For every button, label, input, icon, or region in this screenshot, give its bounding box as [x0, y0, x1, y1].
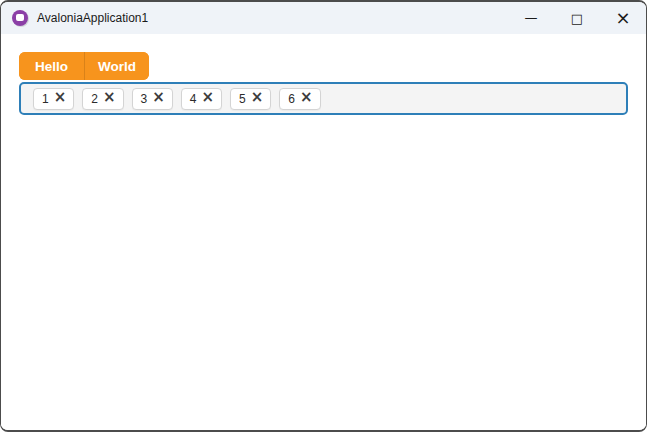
tag-chip-label: 5	[239, 93, 246, 105]
remove-tag-button[interactable]: ×	[103, 90, 116, 105]
remove-tag-button[interactable]: ×	[300, 90, 313, 105]
tag-chip: 2 ×	[82, 88, 123, 110]
remove-tag-icon: ×	[152, 88, 165, 106]
window-title: AvaloniaApplication1	[37, 11, 148, 25]
remove-tag-button[interactable]: ×	[152, 90, 165, 105]
remove-tag-button[interactable]: ×	[54, 90, 67, 105]
tag-chip: 4 ×	[181, 88, 222, 110]
tag-chip-label: 1	[42, 93, 49, 105]
minimize-button[interactable]: —	[508, 2, 554, 34]
remove-tag-icon: ×	[54, 88, 67, 106]
window-controls: — □ ×	[508, 2, 646, 34]
remove-tag-icon: ×	[103, 88, 116, 106]
app-window: AvaloniaApplication1 — □ × Hello World	[0, 0, 647, 432]
tag-chip: 6 ×	[279, 88, 320, 110]
minimize-icon: —	[525, 11, 538, 24]
hello-button[interactable]: Hello	[19, 52, 84, 80]
tag-chip-label: 2	[91, 93, 98, 105]
tag-chip-label: 3	[141, 93, 148, 105]
window-content: Hello World 1 × 2 ×	[1, 34, 646, 430]
remove-tag-button[interactable]: ×	[201, 90, 214, 105]
remove-tag-icon: ×	[251, 88, 264, 106]
remove-tag-icon: ×	[300, 88, 313, 106]
tag-chip: 1 ×	[33, 88, 74, 110]
tag-chip: 3 ×	[132, 88, 173, 110]
avalonia-logo-icon	[12, 10, 28, 26]
tag-chip-label: 6	[288, 93, 295, 105]
maximize-icon: □	[571, 12, 583, 25]
hello-world-button-group: Hello World	[19, 52, 149, 80]
world-button[interactable]: World	[84, 52, 149, 80]
close-button[interactable]: ×	[600, 2, 646, 34]
tag-chip-label: 4	[190, 93, 197, 105]
maximize-button[interactable]: □	[554, 2, 600, 34]
titlebar[interactable]: AvaloniaApplication1 — □ ×	[1, 2, 646, 34]
remove-tag-button[interactable]: ×	[251, 90, 264, 105]
close-icon: ×	[615, 9, 630, 27]
tag-chip: 5 ×	[230, 88, 271, 110]
remove-tag-icon: ×	[201, 88, 214, 106]
tag-input-box[interactable]: 1 × 2 × 3 ×	[19, 82, 628, 115]
